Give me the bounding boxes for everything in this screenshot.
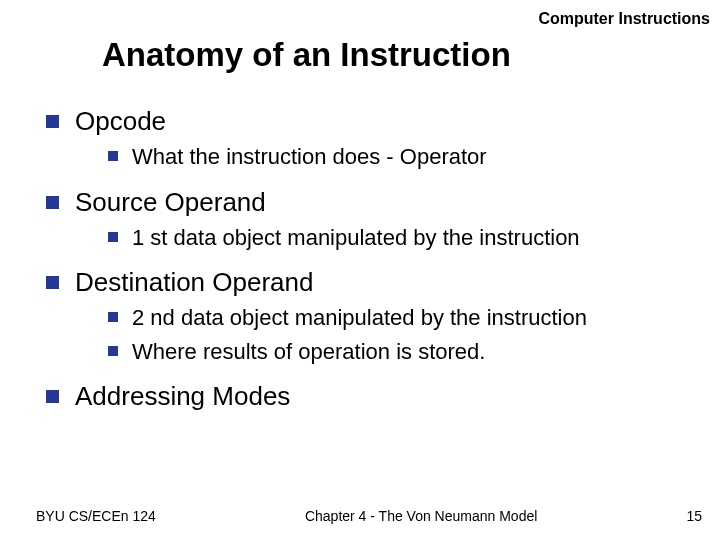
list-item: 2 nd data object manipulated by the inst… [108,304,692,332]
list-item-label: Opcode [75,106,166,137]
list-item-label: Addressing Modes [75,381,290,412]
square-bullet-icon [46,276,59,289]
list-item: Destination Operand [46,267,692,298]
list-item-label: Where results of operation is stored. [132,338,485,366]
slide-title: Anatomy of an Instruction [102,36,511,74]
list-item: Opcode [46,106,692,137]
list-item: 1 st data object manipulated by the inst… [108,224,692,252]
square-bullet-icon [46,115,59,128]
list-item: Source Operand [46,187,692,218]
list-item: Addressing Modes [46,381,692,412]
square-bullet-icon [108,151,118,161]
square-bullet-icon [108,346,118,356]
sublist: What the instruction does - Operator [108,143,692,171]
sublist: 1 st data object manipulated by the inst… [108,224,692,252]
list-item-label: Destination Operand [75,267,313,298]
section-header: Computer Instructions [538,10,710,28]
list-item: What the instruction does - Operator [108,143,692,171]
square-bullet-icon [108,312,118,322]
square-bullet-icon [46,196,59,209]
list-item: Where results of operation is stored. [108,338,692,366]
square-bullet-icon [108,232,118,242]
slide-content: Opcode What the instruction does - Opera… [46,106,692,418]
footer-center: Chapter 4 - The Von Neumann Model [156,508,687,524]
list-item-label: What the instruction does - Operator [132,143,487,171]
slide-footer: BYU CS/ECEn 124 Chapter 4 - The Von Neum… [0,508,720,524]
slide-number: 15 [686,508,702,524]
square-bullet-icon [46,390,59,403]
list-item-label: Source Operand [75,187,266,218]
list-item-label: 1 st data object manipulated by the inst… [132,224,580,252]
sublist: 2 nd data object manipulated by the inst… [108,304,692,365]
list-item-label: 2 nd data object manipulated by the inst… [132,304,587,332]
footer-left: BYU CS/ECEn 124 [36,508,156,524]
